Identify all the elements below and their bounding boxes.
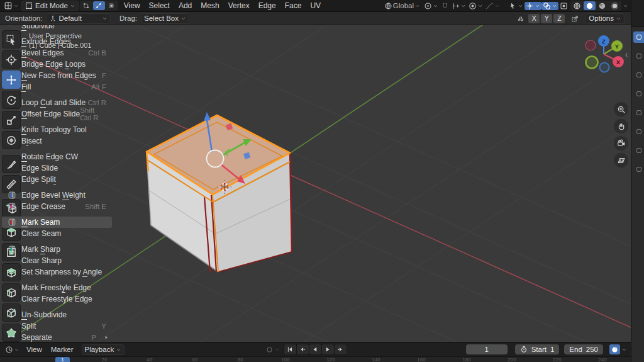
menu-item-edge-split[interactable]: Edge Split: [2, 174, 112, 185]
gizmos-button[interactable]: [525, 2, 541, 10]
playback-dropdown[interactable]: Playback: [82, 344, 125, 355]
menu-item-fill[interactable]: FillAlt F: [2, 81, 112, 93]
menu-item-edge-crease[interactable]: Edge CreaseShift E: [2, 201, 112, 212]
solid-sphere-button[interactable]: [584, 1, 596, 10]
orientation-select[interactable]: Default: [46, 13, 110, 24]
current-frame-field[interactable]: 1: [466, 344, 508, 354]
menu-item-bridge-edge-loops[interactable]: Bridge Edge Loops: [2, 59, 112, 70]
frame-start-field[interactable]: Start 1: [515, 344, 560, 354]
navigation-gizmo[interactable]: Z Y X: [581, 33, 629, 81]
drag-select[interactable]: Select Box: [141, 13, 189, 24]
menu-uv[interactable]: UV: [306, 0, 325, 11]
menu-add[interactable]: Add: [174, 0, 196, 11]
next-key-button[interactable]: [335, 344, 347, 354]
magnet-button[interactable]: [440, 2, 450, 10]
edge-select-button[interactable]: [93, 1, 105, 10]
menu-item-clear-seam[interactable]: Clear Seam: [2, 228, 112, 239]
xray-button[interactable]: [558, 2, 569, 10]
mirror-icon[interactable]: [516, 14, 525, 23]
timeline-editor-type-button[interactable]: [4, 346, 21, 354]
render-tab-icon[interactable]: [633, 50, 644, 62]
vertex-select-button[interactable]: [80, 1, 92, 10]
shading-dropdown-icon[interactable]: [623, 3, 628, 9]
menu-view[interactable]: View: [119, 0, 145, 11]
pivot-point-icon: [424, 2, 432, 10]
menu-item-shortcut: Y: [101, 322, 106, 330]
render-sphere-button[interactable]: [609, 1, 621, 10]
timeline-menu-marker[interactable]: Marker: [47, 344, 78, 355]
falloff-button[interactable]: [484, 2, 501, 10]
menu-item-new-face-from-edges[interactable]: New Face from EdgesF: [2, 70, 112, 81]
zoom-button[interactable]: [614, 102, 628, 116]
mode-dropdown[interactable]: Edit Mode: [21, 1, 79, 11]
menu-select[interactable]: Select: [145, 0, 174, 11]
frame-end-field[interactable]: End 250: [564, 344, 603, 354]
timeline-ruler[interactable]: 1 20406080100120140160180200220240: [0, 356, 631, 362]
menu-item-clear-sharp[interactable]: Clear Sharp: [2, 255, 112, 266]
view-layer-tab-icon[interactable]: [633, 88, 644, 99]
mirror-x-button[interactable]: X: [528, 14, 540, 23]
pivot-point-button[interactable]: [423, 2, 440, 10]
mirror-y-button[interactable]: Y: [541, 14, 552, 23]
wireframe-sphere-button[interactable]: [571, 1, 583, 10]
properties-editor-sliver[interactable]: [631, 0, 644, 362]
axis-ball-neg-z[interactable]: [600, 63, 609, 72]
menu-face[interactable]: Face: [280, 0, 306, 11]
menu-item-mark-freestyle-edge[interactable]: Mark Freestyle Edge: [2, 282, 112, 293]
overlays-button[interactable]: [541, 2, 558, 10]
auto-keying-button[interactable]: [264, 346, 281, 354]
prev-key-button[interactable]: [297, 344, 309, 354]
menu-item-clear-freestyle-edge[interactable]: Clear Freestyle Edge: [2, 293, 112, 305]
proportional-button[interactable]: [467, 2, 484, 10]
transform-orientation-dropdown[interactable]: Global: [383, 2, 421, 10]
gridfloor-button[interactable]: [614, 153, 628, 167]
menu-item-un-subdivide[interactable]: Un-Subdivide: [2, 309, 112, 320]
cube-mesh[interactable]: [147, 115, 292, 272]
snap-target-button[interactable]: [450, 2, 467, 10]
menu-item-knife-topology-tool[interactable]: Knife Topology Tool: [2, 124, 112, 135]
sidebar-collapse-arrow[interactable]: ‹: [625, 50, 628, 59]
xray-icon: [560, 2, 568, 10]
chevron-down-icon: [13, 3, 19, 9]
ruler-frame-number: 20: [102, 357, 108, 362]
skip-first-button[interactable]: [284, 344, 296, 354]
menu-item-split[interactable]: SplitY: [2, 320, 112, 332]
menu-item-offset-edge-slide[interactable]: Offset Edge SlideShift Ctrl R: [2, 108, 112, 120]
gizmo-center-ring[interactable]: [207, 150, 224, 167]
play-button[interactable]: [322, 344, 334, 354]
menu-item-edge-bevel-weight[interactable]: Edge Bevel Weight: [2, 189, 112, 201]
menu-edge[interactable]: Edge: [254, 0, 280, 11]
menu-item-edge-slide[interactable]: Edge Slide: [2, 162, 112, 174]
active-tool-tab-icon[interactable]: [633, 31, 644, 43]
menu-item-bevel-edges[interactable]: Bevel EdgesCtrl B: [2, 47, 112, 59]
menu-item-extrude-edges[interactable]: Extrude Edges: [2, 36, 112, 47]
camera-button[interactable]: [614, 136, 628, 150]
menu-item-rotate-edge-cw[interactable]: Rotate Edge CW: [2, 151, 112, 162]
menu-item-mark-sharp[interactable]: Mark Sharp: [2, 244, 112, 255]
axis-ball-neg-y[interactable]: [586, 57, 598, 69]
chevron-down-icon[interactable]: [621, 347, 627, 353]
mirror-z-button[interactable]: Z: [553, 14, 565, 23]
tweak-button[interactable]: [508, 2, 525, 10]
menu-item-bisect[interactable]: Bisect: [2, 135, 112, 147]
output-tab-icon[interactable]: [633, 69, 644, 81]
options-dropdown[interactable]: Options: [586, 13, 625, 24]
menu-item-set-sharpness-by-angle[interactable]: Set Sharpness by Angle: [2, 266, 112, 278]
material-sphere-button[interactable]: [596, 1, 608, 10]
play-rev-button[interactable]: [309, 344, 321, 354]
playhead[interactable]: 1: [55, 357, 70, 362]
snap-projection-icon[interactable]: [571, 14, 579, 23]
face-select-button[interactable]: [106, 1, 118, 10]
timeline-menu-view[interactable]: View: [22, 344, 47, 355]
scene-tab-icon[interactable]: [633, 107, 644, 118]
menu-mesh[interactable]: Mesh: [196, 0, 223, 11]
sync-button[interactable]: [609, 344, 620, 354]
menu-item-mark-seam[interactable]: Mark Seam: [2, 217, 112, 228]
object-tab-icon[interactable]: [633, 145, 644, 156]
hand-button[interactable]: [614, 119, 628, 133]
menu-vertex[interactable]: Vertex: [224, 0, 254, 11]
modifier-tab-icon[interactable]: [633, 164, 644, 175]
world-tab-icon[interactable]: [633, 126, 644, 137]
axis-ball-neg-x[interactable]: [586, 40, 596, 50]
editor-type-button[interactable]: [3, 1, 20, 10]
